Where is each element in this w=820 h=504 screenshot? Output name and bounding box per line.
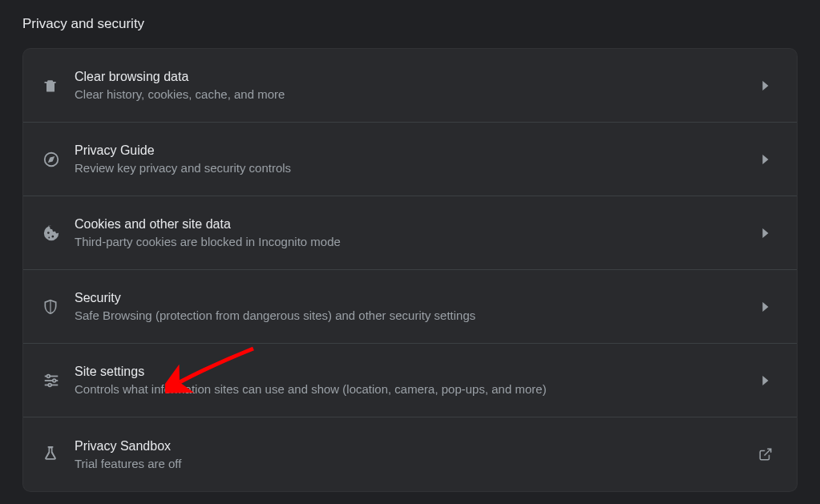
shield-icon bbox=[42, 298, 75, 316]
chevron-right-icon bbox=[753, 376, 778, 385]
settings-panel: Clear browsing data Clear history, cooki… bbox=[22, 48, 798, 492]
row-title: Privacy Sandbox bbox=[75, 439, 753, 454]
row-privacy-guide[interactable]: Privacy Guide Review key privacy and sec… bbox=[23, 123, 797, 196]
external-link-icon bbox=[753, 447, 778, 462]
flask-icon bbox=[42, 446, 75, 463]
row-cookies[interactable]: Cookies and other site data Third-party … bbox=[23, 196, 797, 270]
row-subtitle: Clear history, cookies, cache, and more bbox=[75, 87, 753, 101]
row-privacy-sandbox[interactable]: Privacy Sandbox Trial features are off bbox=[23, 417, 797, 491]
row-site-settings[interactable]: Site settings Controls what information … bbox=[23, 344, 797, 417]
row-title: Clear browsing data bbox=[75, 70, 753, 84]
svg-point-5 bbox=[53, 379, 56, 382]
svg-line-7 bbox=[765, 449, 771, 455]
row-title: Privacy Guide bbox=[75, 143, 753, 158]
row-security[interactable]: Security Safe Browsing (protection from … bbox=[23, 270, 797, 344]
chevron-right-icon bbox=[753, 155, 778, 164]
row-subtitle: Controls what information sites can use … bbox=[75, 382, 753, 396]
compass-icon bbox=[42, 151, 75, 168]
row-title: Security bbox=[75, 291, 753, 305]
row-subtitle: Third-party cookies are blocked in Incog… bbox=[75, 235, 753, 248]
row-title: Site settings bbox=[75, 365, 753, 379]
row-subtitle: Safe Browsing (protection from dangerous… bbox=[75, 308, 753, 322]
chevron-right-icon bbox=[753, 228, 778, 238]
row-title: Cookies and other site data bbox=[75, 217, 753, 232]
chevron-right-icon bbox=[753, 302, 778, 312]
row-subtitle: Review key privacy and security controls bbox=[75, 161, 753, 175]
chevron-right-icon bbox=[753, 81, 778, 91]
cookie-icon bbox=[42, 224, 75, 242]
svg-point-6 bbox=[48, 383, 51, 386]
row-clear-data[interactable]: Clear browsing data Clear history, cooki… bbox=[23, 49, 797, 123]
svg-point-4 bbox=[47, 374, 50, 377]
trash-icon bbox=[42, 78, 75, 94]
row-subtitle: Trial features are off bbox=[75, 457, 753, 470]
section-title: Privacy and security bbox=[22, 10, 798, 48]
sliders-icon bbox=[42, 372, 75, 389]
